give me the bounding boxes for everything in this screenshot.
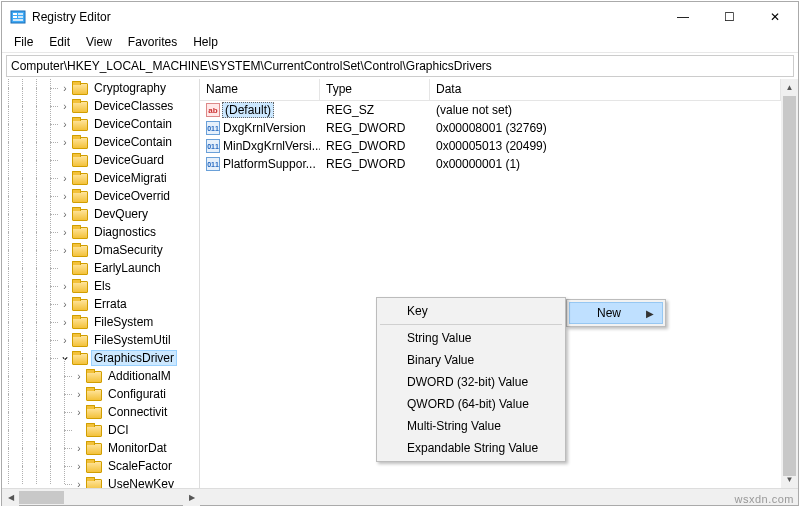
context-menu-item[interactable]: String Value [379,327,563,349]
chevron-right-icon[interactable]: › [58,137,72,148]
tree-label: Errata [91,296,130,312]
tree-node[interactable]: ›MonitorDat [2,439,199,457]
svg-rect-5 [13,19,23,21]
chevron-right-icon[interactable]: › [58,227,72,238]
menubar: File Edit View Favorites Help [2,32,798,53]
tree-node[interactable]: ›FileSystemUtil [2,331,199,349]
tree-node[interactable]: ›DeviceMigrati [2,169,199,187]
scroll-up-button[interactable]: ▲ [781,79,798,96]
tree-label: FileSystem [91,314,156,330]
close-button[interactable]: ✕ [752,2,798,32]
context-menu-item[interactable]: Expandable String Value [379,437,563,459]
chevron-right-icon[interactable]: › [72,443,86,454]
column-type[interactable]: Type [320,79,430,100]
chevron-right-icon[interactable]: › [58,101,72,112]
tree-label: ScaleFactor [105,458,175,474]
list-row[interactable]: ab(Default)REG_SZ(value not set) [200,101,781,119]
chevron-right-icon[interactable]: › [58,335,72,346]
minimize-button[interactable]: — [660,2,706,32]
tree-node[interactable]: ›Els [2,277,199,295]
chevron-right-icon[interactable]: › [58,299,72,310]
tree-node[interactable]: DeviceGuard [2,151,199,169]
tree-node[interactable]: DCI [2,421,199,439]
scroll-thumb-horizontal[interactable] [19,491,64,504]
value-name: MinDxgKrnlVersi... [222,139,320,153]
chevron-down-icon[interactable]: ⌄ [58,349,72,363]
scroll-thumb-vertical[interactable] [783,96,796,476]
context-menu-item[interactable]: Key [379,300,563,322]
tree-node[interactable]: ›DevQuery [2,205,199,223]
context-menu-item[interactable]: QWORD (64-bit) Value [379,393,563,415]
context-submenu-new[interactable]: KeyString ValueBinary ValueDWORD (32-bit… [376,297,566,462]
chevron-right-icon[interactable]: › [58,83,72,94]
scroll-right-button[interactable]: ▶ [183,489,200,506]
tree-node[interactable]: ›Diagnostics [2,223,199,241]
tree-node[interactable]: ›ScaleFactor [2,457,199,475]
chevron-right-icon[interactable]: › [58,317,72,328]
menu-edit[interactable]: Edit [41,33,78,51]
tree-node[interactable]: ›Cryptography [2,79,199,97]
chevron-right-icon[interactable]: › [72,407,86,418]
context-menu[interactable]: New ▶ [566,299,666,327]
tree-label: FileSystemUtil [91,332,174,348]
tree-node[interactable]: ›DmaSecurity [2,241,199,259]
tree-node[interactable]: ›FileSystem [2,313,199,331]
address-bar[interactable]: Computer\HKEY_LOCAL_MACHINE\SYSTEM\Curre… [6,55,794,77]
tree-node[interactable]: ›Connectivit [2,403,199,421]
window-title: Registry Editor [32,10,660,24]
tree-node[interactable]: ›Configurati [2,385,199,403]
list-row[interactable]: 011MinDxgKrnlVersi...REG_DWORD0x00005013… [200,137,781,155]
tree-node[interactable]: ›DeviceClasses [2,97,199,115]
tree-node[interactable]: ›DeviceOverrid [2,187,199,205]
chevron-right-icon[interactable]: › [58,281,72,292]
folder-icon [72,333,88,347]
folder-icon [72,261,88,275]
chevron-right-icon[interactable]: › [72,461,86,472]
tree-node[interactable]: ›AdditionalM [2,367,199,385]
menu-help[interactable]: Help [185,33,226,51]
tree-node[interactable]: ›UseNewKey [2,475,199,488]
chevron-right-icon[interactable]: › [72,479,86,489]
tree-node[interactable]: EarlyLaunch [2,259,199,277]
menu-favorites[interactable]: Favorites [120,33,185,51]
svg-rect-4 [18,16,23,18]
tree-horizontal-scrollbar[interactable]: ◀ ▶ [2,488,798,505]
chevron-right-icon[interactable]: › [58,119,72,130]
maximize-button[interactable]: ☐ [706,2,752,32]
folder-icon [72,135,88,149]
chevron-right-icon[interactable]: › [72,371,86,382]
folder-icon [86,459,102,473]
menu-separator [380,324,562,325]
list-row[interactable]: 011PlatformSuppor...REG_DWORD0x00000001 … [200,155,781,173]
menu-view[interactable]: View [78,33,120,51]
value-type: REG_DWORD [320,157,430,171]
folder-icon [72,225,88,239]
column-name[interactable]: Name [200,79,320,100]
context-menu-new[interactable]: New ▶ [569,302,663,324]
chevron-right-icon[interactable]: › [58,173,72,184]
menu-file[interactable]: File [6,33,41,51]
tree-label: DeviceContain [91,116,175,132]
folder-icon [86,423,102,437]
context-menu-item[interactable]: Multi-String Value [379,415,563,437]
list-row[interactable]: 011DxgKrnlVersionREG_DWORD0x00008001 (32… [200,119,781,137]
tree-node[interactable]: ›DeviceContain [2,115,199,133]
tree-label: DeviceClasses [91,98,176,114]
column-data[interactable]: Data [430,79,781,100]
value-data: 0x00000001 (1) [430,157,781,171]
chevron-right-icon[interactable]: › [58,245,72,256]
tree-label: Els [91,278,114,294]
tree-node[interactable]: ›Errata [2,295,199,313]
list-vertical-scrollbar[interactable]: ▲ ▼ [781,79,798,488]
tree-pane: ›Cryptography›DeviceClasses›DeviceContai… [2,79,200,488]
folder-icon [72,171,88,185]
scroll-left-button[interactable]: ◀ [2,489,19,506]
folder-icon [72,99,88,113]
tree-node[interactable]: ›DeviceContain [2,133,199,151]
context-menu-item[interactable]: Binary Value [379,349,563,371]
tree-node[interactable]: ⌄GraphicsDriver [2,349,199,367]
chevron-right-icon[interactable]: › [72,389,86,400]
context-menu-item[interactable]: DWORD (32-bit) Value [379,371,563,393]
chevron-right-icon[interactable]: › [58,191,72,202]
chevron-right-icon[interactable]: › [58,209,72,220]
